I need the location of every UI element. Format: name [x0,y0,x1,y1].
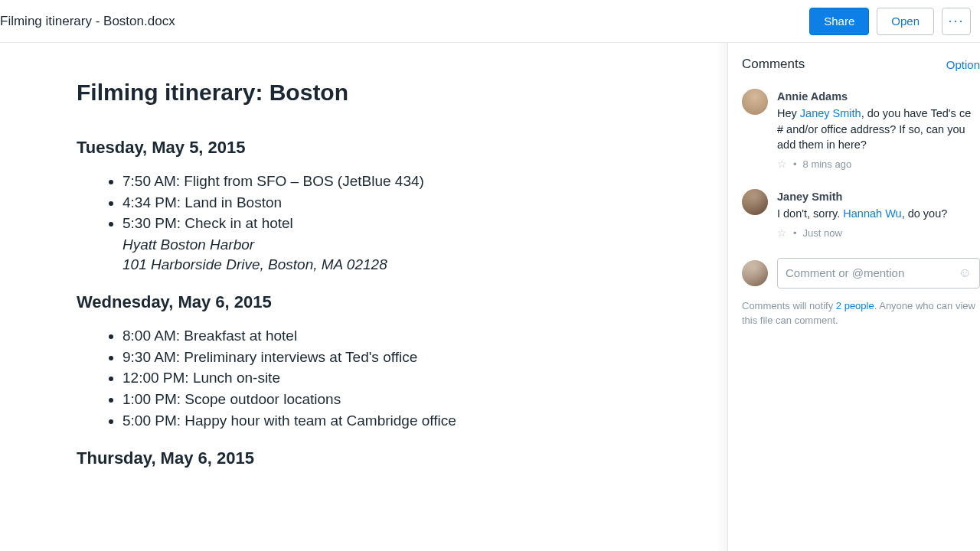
mention-link[interactable]: Hannah Wu [843,207,901,220]
day-subdetails: Hyatt Boston Harbor 101 Harborside Drive… [77,235,727,274]
comment-input-wrap[interactable]: ☺ [777,258,980,289]
list-item: 7:50 AM: Flight from SFO – BOS (JetBlue … [122,171,727,191]
document-page: Filming itinerary: Boston Tuesday, May 5… [0,43,727,468]
list-item: 8:00 AM: Breakfast at hotel [122,326,727,346]
list-item: 4:34 PM: Land in Boston [122,193,727,213]
comment-author: Janey Smith [777,189,980,204]
dot-icon: • [793,158,797,171]
comment-item: Annie Adams Hey Janey Smith, do you have… [742,89,980,172]
scrollbar[interactable] [715,43,727,551]
comment-item: Janey Smith I don't, sorry. Hannah Wu, d… [742,189,980,241]
comment-pre: I don't, sorry. [777,207,843,220]
hotel-name: Hyatt Boston Harbor [122,235,727,255]
comment-pre: Hey [777,107,800,119]
comment-meta: ☆ • 8 mins ago [777,157,980,172]
emoji-icon[interactable]: ☺ [959,266,972,281]
list-item: 5:30 PM: Check in at hotel [122,214,727,233]
list-item: 12:00 PM: Lunch on-site [122,368,727,388]
comment-meta: ☆ • Just now [777,226,980,241]
comment-time: Just now [803,227,842,240]
comment-body: Janey Smith I don't, sorry. Hannah Wu, d… [777,189,980,241]
comment-post: , do you? [902,207,948,220]
sidebar-header: Comments Option [742,57,980,72]
comments-sidebar: Comments Option Annie Adams Hey Janey Sm… [727,43,980,551]
mention-link[interactable]: Janey Smith [800,107,861,119]
list-item: 9:30 AM: Preliminary interviews at Ted's… [122,347,727,367]
file-title: Filming itinerary - Boston.docx [0,14,175,29]
document-viewer[interactable]: Filming itinerary: Boston Tuesday, May 5… [0,43,727,551]
notify-pre: Comments will notify [742,300,836,311]
share-button[interactable]: Share [809,8,869,35]
day-heading: Tuesday, May 5, 2015 [77,138,727,158]
list-item: 5:00 PM: Happy hour with team at Cambrid… [122,411,727,431]
star-icon[interactable]: ☆ [777,157,787,172]
day-heading: Wednesday, May 6, 2015 [77,292,727,312]
dot-icon: • [793,227,797,240]
day-heading: Thursday, May 6, 2015 [77,448,727,468]
notify-note: Comments will notify 2 people. Anyone wh… [742,299,980,328]
day-section: Wednesday, May 6, 2015 8:00 AM: Breakfas… [77,292,727,430]
main-area: Filming itinerary: Boston Tuesday, May 5… [0,43,980,551]
topbar-actions: Share Open ··· [809,8,971,35]
hotel-address: 101 Harborside Drive, Boston, MA 02128 [122,255,727,275]
topbar: Filming itinerary - Boston.docx Share Op… [0,0,980,43]
comment-text: Hey Janey Smith, do you have Ted's ce # … [777,106,980,152]
avatar [742,189,768,215]
more-button[interactable]: ··· [942,8,971,35]
document-title: Filming itinerary: Boston [77,80,727,106]
list-item: 1:00 PM: Scope outdoor locations [122,390,727,409]
day-list: 7:50 AM: Flight from SFO – BOS (JetBlue … [77,171,727,233]
notify-people-link[interactable]: 2 people [836,300,874,311]
open-button[interactable]: Open [877,8,934,35]
sidebar-title: Comments [742,57,805,72]
avatar [742,89,768,115]
day-section: Thursday, May 6, 2015 [77,448,727,468]
comment-time: 8 mins ago [803,158,852,171]
options-link[interactable]: Option [946,58,980,71]
compose-row: ☺ [742,258,980,289]
star-icon[interactable]: ☆ [777,226,787,241]
comment-body: Annie Adams Hey Janey Smith, do you have… [777,89,980,172]
comment-text: I don't, sorry. Hannah Wu, do you? [777,206,980,221]
day-list: 8:00 AM: Breakfast at hotel 9:30 AM: Pre… [77,326,727,430]
comment-author: Annie Adams [777,89,980,104]
comment-input[interactable] [786,266,959,279]
day-section: Tuesday, May 5, 2015 7:50 AM: Flight fro… [77,138,727,274]
avatar [742,260,768,286]
